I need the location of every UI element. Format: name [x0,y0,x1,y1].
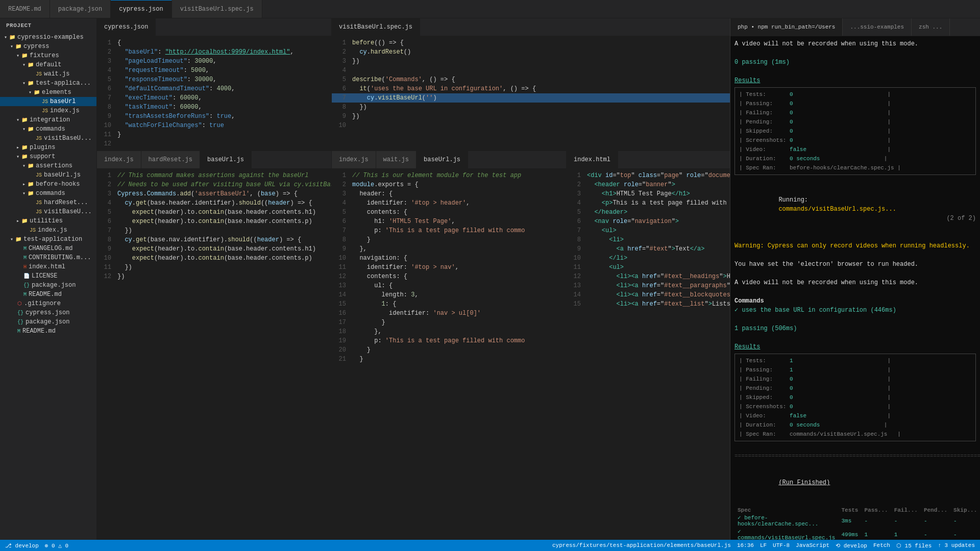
status-errors[interactable]: ⊗ 0 △ 0 [45,542,68,549]
line-code: cy.get(base.nav.identifier).should((head… [115,235,331,244]
chevron-down-icon: ▾ [16,154,19,160]
sidebar-item-cypress-json-root[interactable]: {} cypress.json [0,308,96,317]
code-line: 4 cy.get(base.header.identifier).should(… [97,198,331,208]
sidebar-item-support[interactable]: ▾ 📁 support [0,152,96,161]
terminal-tab-ssio[interactable]: ...ssio-examples [843,18,912,36]
sidebar-item-plugins[interactable]: ▸ 📁 plugins [0,143,96,152]
sidebar-item-changelog[interactable]: M CHANGELOG.md [0,244,96,253]
sidebar-item-index-html[interactable]: H index.html [0,262,96,271]
sidebar-item-elements[interactable]: ▾ 📁 elements [0,88,96,97]
sidebar-item-visitbaseu-integration[interactable]: JS visitBaseU... [0,134,96,143]
cell-tests: 499ms [838,528,861,540]
tab-cypress-json-editor[interactable]: cypress.json [97,18,156,36]
status-git-action[interactable]: ⟲ develop [836,542,867,549]
status-encoding[interactable]: UTF-8 [773,542,790,548]
tab-cypress-json[interactable]: cypress.json [111,0,172,18]
status-files[interactable]: ⬡ 15 files [896,542,932,549]
tab-baseurl-js[interactable]: baseUrl.js [200,151,252,168]
visit-base-url-content[interactable]: 1 before(() => { 2 cy.hardReset() 3 }) [332,36,730,151]
line-number: 7 [567,226,585,235]
line-number: 2 [97,47,115,57]
tab-hardreset-js[interactable]: hardReset.js [141,151,200,168]
sidebar-item-test-applica[interactable]: ▾ 📁 test-applica... [0,79,96,88]
tab-readme-md[interactable]: README.md [0,0,50,18]
sidebar-item-contributing[interactable]: M CONTRIBUTING.m... [0,253,96,262]
terminal-content[interactable]: A video will not be recorded when using … [730,36,980,540]
terminal-divider: ========================================… [734,453,976,460]
status-fetch[interactable]: Fetch [873,542,890,548]
sidebar-item-package-json-root[interactable]: {} package.json [0,317,96,327]
table-row: ✓ commands/visitBaseUrl.spec.js 499ms 1 … [734,528,980,540]
status-language[interactable]: JavaScript [796,542,829,548]
terminal-line: A video will not be recorded when using … [734,39,976,48]
sidebar-item-fixtures[interactable]: ▾ 📁 fixtures [0,51,96,60]
index-html-content[interactable]: 1 <div id="top" class="page" role="docum… [567,169,730,540]
line-number: 14 [332,290,350,299]
run-finished-label: (Run Finished) [734,469,976,496]
code-line: 8 <li> [567,235,730,244]
sidebar-item-utilities[interactable]: ▸ 📁 utilities [0,216,96,226]
code-line: 8 }) [332,103,730,112]
status-git-branch[interactable]: ⎇ develop [5,542,39,549]
sidebar-item-commands[interactable]: ▾ 📁 commands [0,124,96,134]
terminal-tab-zsh[interactable]: zsh ... [912,18,950,36]
sidebar-item-readme-app[interactable]: M README.md [0,290,96,299]
sidebar-item-assertions[interactable]: ▾ 📁 assertions [0,161,96,170]
sidebar-item-label: visitBaseU... [44,208,92,215]
sidebar-item-hardreset[interactable]: JS hardReset... [0,198,96,207]
terminal-line: | Video: false | [739,411,971,420]
cell-pend: - [921,514,950,528]
folder-icon: 📁 [21,53,28,59]
html-file-icon: H [23,264,27,270]
sidebar-item-gitignore[interactable]: ⬡ .gitignore [0,299,96,308]
terminal-line: Warning: Cypress can only record videos … [734,241,976,251]
baseurl-fixtures-content[interactable]: 1 // This is our element module for the … [332,169,566,540]
tab-label: cypress.json [119,6,163,13]
sidebar-item-visitbaseu-support[interactable]: JS visitBaseU... [0,207,96,216]
sidebar-item-baseurl-assertions[interactable]: JS baseUrl.js [0,170,96,180]
sidebar-item-readme-root[interactable]: M README.md [0,327,96,336]
line-code: cy.visitBaseUrl('') [350,93,730,103]
sidebar-item-default[interactable]: ▾ 📁 default [0,60,96,69]
line-code: cy.get(base.header.identifier).should((h… [115,198,331,208]
sidebar-item-before-hooks[interactable]: ▸ 📁 before-hooks [0,180,96,189]
terminal-line [734,48,976,58]
sidebar-item-label: commands [36,190,65,197]
json-file-icon: {} [23,283,30,288]
sidebar-item-index-js-elements[interactable]: JS index.js [0,106,96,115]
status-mode[interactable]: LF [760,542,767,548]
sidebar-item-license[interactable]: 📄 LICENSE [0,271,96,281]
tab-visit-base-url[interactable]: visitBaseUrl.spec.js [172,0,262,18]
line-code: }) [115,272,331,281]
chevron-down-icon: ▾ [10,236,13,242]
tab-wait-js[interactable]: wait.js [376,151,416,168]
status-line-col: 16:36 [737,542,754,548]
sidebar-item-cypress[interactable]: ▾ 📁 cypress [0,42,96,51]
line-code: // Needs to be used after visiting base … [115,180,331,189]
sidebar-item-index-utilities[interactable]: JS index.js [0,226,96,235]
sidebar-item-cypressio-examples[interactable]: ▾ 📁 cypressio-examples [0,33,96,42]
sidebar-item-commands-support[interactable]: ▾ 📁 commands [0,189,96,198]
tab-index-js-fixtures[interactable]: index.js [332,151,376,168]
code-line: 13 <li><a href="#text__paragraphs">Parag… [567,281,730,290]
line-number: 17 [332,318,350,327]
sidebar-item-wait-js[interactable]: JS wait.js [0,69,96,79]
code-line: 12 [97,139,331,148]
sidebar-item-integration[interactable]: ▾ 📁 integration [0,115,96,124]
js-file-icon: JS [42,99,48,105]
sidebar-item-label: package.json [26,318,69,325]
tab-baseurl-js-fixtures[interactable]: baseUrl.js [416,151,468,168]
sidebar-item-test-application[interactable]: ▾ 📁 test-application [0,235,96,244]
tab-index-html[interactable]: index.html [567,151,618,168]
baseurl-assertions-content[interactable]: 1 // This command makes assertions again… [97,169,331,540]
tab-visit-base-url-spec[interactable]: visitBaseUrl.spec.js [332,18,420,36]
status-updates[interactable]: ↑ 3 updates [938,542,975,548]
terminal-tab-php[interactable]: php • npm run_bin_path=/Users [730,18,843,36]
tab-label: package.json [58,6,102,13]
tab-index-js[interactable]: index.js [97,151,141,168]
sidebar-item-package-json-app[interactable]: {} package.json [0,281,96,290]
tab-package-json[interactable]: package.json [50,0,111,18]
sidebar-item-baseurl[interactable]: JS baseUrl [0,97,96,106]
line-code: "execTimeout": 60000, [115,93,331,103]
cypress-json-content[interactable]: 1 { 2 "baseUrl": "http://localhost:9999/… [97,36,331,151]
